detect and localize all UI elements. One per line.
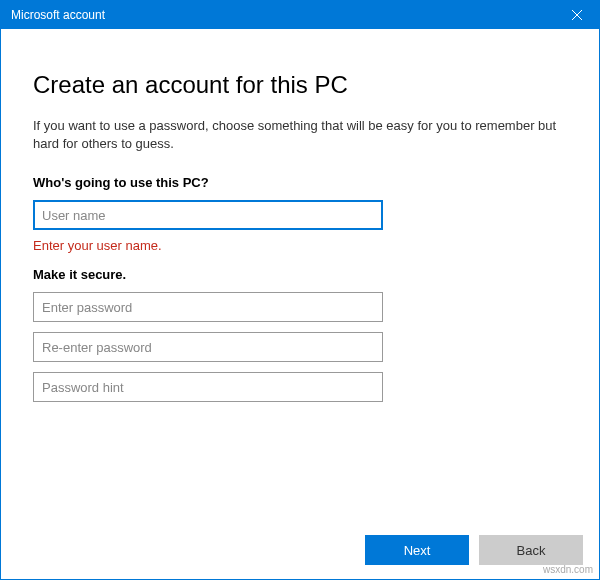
username-section-label: Who's going to use this PC? — [33, 175, 567, 190]
password-hint-input[interactable] — [33, 372, 383, 402]
username-error: Enter your user name. — [33, 238, 567, 253]
reenter-password-input[interactable] — [33, 332, 383, 362]
watermark-text: wsxdn.com — [543, 564, 593, 575]
username-input[interactable] — [33, 200, 383, 230]
back-button[interactable]: Back — [479, 535, 583, 565]
password-input[interactable] — [33, 292, 383, 322]
close-button[interactable] — [555, 1, 599, 29]
dialog-window: Microsoft account Create an account for … — [0, 0, 600, 580]
page-subtext: If you want to use a password, choose so… — [33, 117, 567, 153]
close-icon — [572, 10, 582, 20]
footer-buttons: Next Back — [365, 535, 583, 565]
next-button[interactable]: Next — [365, 535, 469, 565]
password-section-label: Make it secure. — [33, 267, 567, 282]
page-heading: Create an account for this PC — [33, 71, 567, 99]
content-area: Create an account for this PC If you wan… — [1, 29, 599, 402]
window-title: Microsoft account — [11, 8, 555, 22]
titlebar: Microsoft account — [1, 1, 599, 29]
